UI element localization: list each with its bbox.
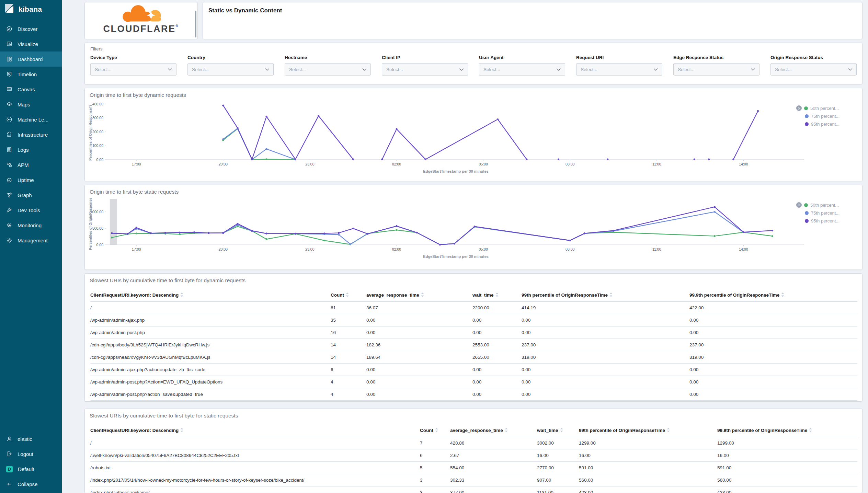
- sidebar-item-label: Uptime: [18, 177, 34, 183]
- legend-item[interactable]: 95th percent...: [796, 121, 857, 127]
- data-point: [757, 110, 759, 112]
- column-header[interactable]: 99th percentile of OriginResponseTime: [579, 424, 717, 437]
- table-cell: 61: [331, 302, 366, 314]
- sidebar-item-discover[interactable]: Discover: [0, 21, 62, 36]
- sidebar-item-monitoring[interactable]: Monitoring: [0, 218, 62, 233]
- data-point: [352, 159, 354, 160]
- data-point: [266, 158, 267, 160]
- sidebar-item-apm[interactable]: APM: [0, 157, 62, 172]
- sidebar-item-visualize[interactable]: Visualize: [0, 36, 62, 51]
- x-axis-tick-label: 02:00: [392, 247, 401, 251]
- filter-select-origin-response-status[interactable]: Select...: [770, 63, 857, 76]
- sidebar-footer-space-default[interactable]: DDefault: [0, 461, 62, 477]
- devtools-icon: [6, 207, 12, 213]
- kibana-logo[interactable]: kibana: [0, 0, 62, 19]
- table-row: /wp-admin/admin-ajax.php350.000.000.000.…: [90, 314, 857, 326]
- sort-icon: [560, 428, 563, 433]
- table-row: /wp-admin/admin-ajax.php?action=…40.000.…: [90, 401, 857, 402]
- table-cell: 182.36: [366, 339, 472, 351]
- column-header[interactable]: 99.9th percentile of OriginResponseTime: [689, 289, 857, 302]
- space-default-badge: D: [6, 466, 13, 472]
- column-header[interactable]: ClientRequestURI.keyword: Descending: [90, 289, 331, 302]
- sidebar-item-logs[interactable]: Logs: [0, 142, 62, 157]
- filter-label: Edge Response Status: [673, 55, 760, 60]
- column-header[interactable]: wait_time: [472, 289, 522, 302]
- sidebar-item-graph[interactable]: Graph: [0, 187, 62, 203]
- legend-expand-button[interactable]: [796, 105, 802, 111]
- data-table: ClientRequestURI.keyword: DescendingCoun…: [90, 289, 857, 402]
- column-header[interactable]: average_response_time: [366, 289, 472, 302]
- legend-spacer: [796, 113, 802, 119]
- column-header[interactable]: 99.9th percentile of OriginResponseTime: [717, 424, 857, 437]
- series-line: [112, 212, 744, 245]
- table-row: /.well-known/pki-validation/054075F6A27B…: [90, 449, 857, 462]
- data-point: [607, 159, 608, 160]
- column-header[interactable]: Count: [331, 289, 366, 302]
- filter-label: Origin Response Status: [770, 55, 857, 60]
- filter-select-user-agent[interactable]: Select...: [479, 63, 565, 76]
- table-cell: 0.00: [472, 364, 522, 376]
- sidebar-item-label: Visualize: [18, 41, 38, 47]
- table-cell: 4: [331, 401, 366, 402]
- legend-label: 50th percent...: [810, 106, 839, 111]
- filter-select-device-type[interactable]: Select...: [90, 63, 176, 76]
- sidebar-item-maps[interactable]: Maps: [0, 97, 62, 112]
- filter-field-device-type: Device TypeSelect...: [90, 55, 176, 76]
- column-header[interactable]: 99th percentile of OriginResponseTime: [522, 289, 689, 302]
- legend-item[interactable]: 50th percent...: [796, 105, 857, 111]
- column-header[interactable]: ClientRequestURI.keyword: Descending: [90, 424, 420, 437]
- legend-item[interactable]: 75th percent...: [796, 113, 857, 119]
- sidebar-item-management[interactable]: Management: [0, 233, 62, 248]
- column-header[interactable]: Count: [420, 424, 450, 437]
- filter-select-request-uri[interactable]: Select...: [576, 63, 662, 76]
- panel-scrollbar-thumb[interactable]: [195, 11, 196, 37]
- sidebar-footer-user[interactable]: elastic: [0, 431, 62, 446]
- table-cell: 2200.00: [472, 302, 522, 314]
- x-axis-tick-label: 17:00: [132, 162, 141, 166]
- table-cell: 319.00: [522, 351, 689, 364]
- markdown-panel-title: Static vs Dynamic Content: [203, 2, 863, 39]
- table-row: /wp-admin/admin-post.php160.000.000.000.…: [90, 326, 857, 339]
- filter-select-hostname[interactable]: Select...: [285, 63, 371, 76]
- table-panel-dynamic-uris: Slowest URIs by cumulative time to first…: [84, 273, 863, 402]
- table-header-row: ClientRequestURI.keyword: DescendingCoun…: [90, 289, 857, 302]
- filter-select-client-ip[interactable]: Select...: [382, 63, 468, 76]
- column-header[interactable]: wait_time: [537, 424, 579, 437]
- legend-item[interactable]: 75th percent...: [796, 210, 857, 216]
- filter-select-country[interactable]: Select...: [187, 63, 274, 76]
- sidebar-item-canvas[interactable]: Canvas: [0, 82, 62, 97]
- legend-expand-button[interactable]: [796, 202, 802, 208]
- data-point: [323, 240, 325, 241]
- filter-select-edge-response-status[interactable]: Select...: [673, 63, 760, 76]
- series-line: [223, 129, 296, 160]
- table-cell: /: [90, 302, 331, 314]
- legend-label: 95th percent...: [811, 218, 840, 223]
- table-row: /wp-admin/admin-post.php?action=save&upd…: [90, 388, 857, 401]
- data-point: [295, 159, 296, 160]
- sidebar-footer-logout[interactable]: Logout: [0, 446, 62, 461]
- column-header-label: average_response_time: [366, 293, 419, 298]
- data-point: [237, 127, 238, 129]
- sidebar-item-ml[interactable]: Machine Le...: [0, 112, 62, 127]
- table-panel-static-uris: Slowest URIs by cumulative time to first…: [84, 409, 863, 493]
- x-axis-title: EdgeStartTimestamp per 30 minutes: [423, 169, 489, 173]
- data-point: [416, 232, 418, 233]
- sidebar-item-timelion[interactable]: Timelion: [0, 67, 62, 82]
- sidebar-item-label: Collapse: [18, 481, 37, 487]
- table-cell: 2553.00: [472, 339, 522, 351]
- table-cell: /index.php/2017/05/14/how-i-owned-my-mot…: [90, 474, 420, 486]
- sidebar-item-dashboard[interactable]: Dashboard: [0, 51, 62, 67]
- data-point: [396, 128, 397, 130]
- column-header[interactable]: average_response_time: [450, 424, 537, 437]
- legend-item[interactable]: 95th percent...: [796, 218, 857, 223]
- sidebar-item-infrastructure[interactable]: Infrastructure: [0, 127, 62, 142]
- sidebar-footer-collapse[interactable]: Collapse: [0, 477, 62, 492]
- filter-label: Country: [187, 55, 274, 60]
- legend-item[interactable]: 50th percent...: [796, 202, 857, 208]
- table-cell: 0.00: [522, 388, 689, 401]
- sidebar-item-devtools[interactable]: Dev Tools: [0, 203, 62, 218]
- sidebar-item-uptime[interactable]: Uptime: [0, 172, 62, 187]
- data-point: [497, 118, 499, 120]
- y-axis-title: Percentiles of OriginResponseTi: [88, 105, 92, 161]
- x-axis-tick-label: 17:00: [132, 247, 141, 251]
